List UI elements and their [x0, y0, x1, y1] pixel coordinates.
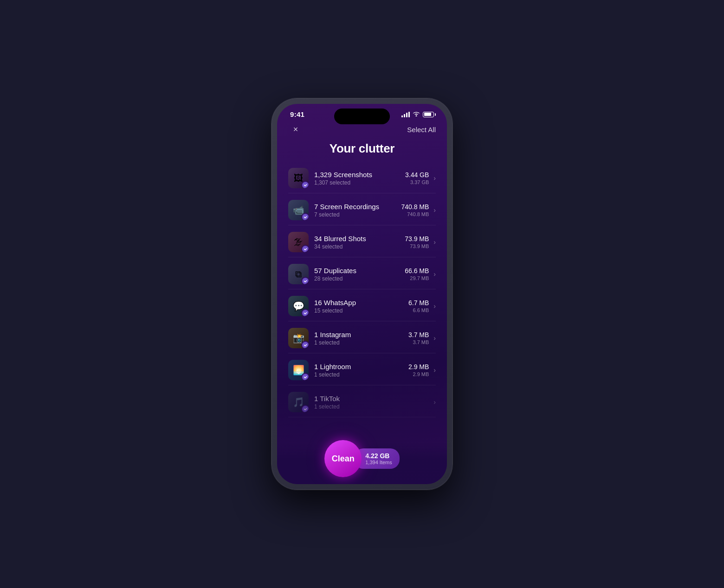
chevron-right-icon: ›: [433, 398, 436, 406]
svg-point-6: [303, 375, 308, 379]
list-item-recordings[interactable]: 📹 7 Screen Recordings 7 selected 740.8 M…: [288, 195, 436, 225]
wifi-icon: [413, 111, 420, 118]
svg-point-4: [303, 311, 308, 315]
check-badge-recordings: [301, 213, 309, 220]
svg-point-2: [303, 247, 308, 251]
item-sub-whatsapp: 15 selected: [314, 307, 408, 314]
status-bar: 9:41: [277, 104, 447, 118]
app-content: × Select All Your clutter 🖼 1,329 Screen…: [277, 118, 447, 417]
bottom-bar: Clean 4.22 GB 1,394 Items: [277, 442, 447, 484]
item-sub-lightroom: 1 selected: [314, 371, 408, 378]
phone-screen: 9:41: [277, 104, 447, 484]
item-sub-blurred: 34 selected: [314, 243, 405, 250]
list-item-screenshots[interactable]: 🖼 1,329 Screenshots 1,307 selected 3.44 …: [288, 163, 436, 193]
clean-button[interactable]: Clean: [324, 440, 362, 477]
item-name-tiktok: 1 TikTok: [314, 395, 429, 403]
check-badge-blurred: [301, 245, 309, 252]
item-icon-screenshots: 🖼: [288, 168, 309, 188]
item-icon-blurred: 🌫: [288, 232, 309, 252]
close-button[interactable]: ×: [288, 122, 303, 137]
page-title: Your clutter: [288, 141, 436, 156]
svg-point-5: [303, 343, 308, 347]
item-sub-instagram: 1 selected: [314, 339, 408, 346]
svg-point-1: [303, 215, 308, 219]
list-item-duplicates[interactable]: ⧉ 57 Duplicates 28 selected 66.6 MB 29.7…: [288, 259, 436, 289]
item-size-recordings: 740.8 MB 740.8 MB: [401, 203, 429, 217]
item-name-recordings: 7 Screen Recordings: [314, 203, 401, 211]
item-sub-tiktok: 1 selected: [314, 403, 429, 410]
phone-frame: 9:41: [272, 98, 452, 490]
item-icon-recordings: 📹: [288, 200, 309, 220]
item-size-blurred: 73.9 MB 73.9 MB: [405, 235, 429, 249]
clean-label: Clean: [332, 454, 355, 464]
status-icons: [401, 111, 434, 118]
item-text-whatsapp: 16 WhatsApp 15 selected: [314, 299, 408, 314]
item-size-instagram: 3.7 MB 3.7 MB: [408, 331, 429, 345]
list-item-instagram[interactable]: 📸 1 Instagram 1 selected 3.7 MB 3.7 MB ›: [288, 323, 436, 353]
chevron-right-icon: ›: [433, 270, 436, 278]
check-badge-duplicates: [301, 277, 309, 284]
chevron-right-icon: ›: [433, 302, 436, 310]
item-sub-screenshots: 1,307 selected: [314, 179, 405, 186]
check-badge-screenshots: [301, 181, 309, 188]
item-text-instagram: 1 Instagram 1 selected: [314, 331, 408, 346]
total-size: 4.22 GB: [365, 452, 392, 460]
item-icon-whatsapp: 💬: [288, 296, 309, 316]
signal-icon: [401, 112, 410, 117]
status-time: 9:41: [290, 110, 304, 118]
check-badge-lightroom: [301, 373, 309, 380]
item-text-lightroom: 1 Lightroom 1 selected: [314, 363, 408, 378]
list-item-tiktok[interactable]: 🎵 1 TikTok 1 selected ›: [288, 387, 436, 417]
item-icon-duplicates: ⧉: [288, 264, 309, 284]
dynamic-island: [334, 109, 390, 124]
svg-point-7: [303, 407, 308, 411]
item-size-whatsapp: 6.7 MB 6.6 MB: [408, 299, 429, 313]
item-size-lightroom: 2.9 MB 2.9 MB: [408, 363, 429, 377]
chevron-right-icon: ›: [433, 174, 436, 182]
item-sub-recordings: 7 selected: [314, 211, 401, 218]
list-item-blurred[interactable]: 🌫 34 Blurred Shots 34 selected 73.9 MB 7…: [288, 227, 436, 257]
list-item-whatsapp[interactable]: 💬 16 WhatsApp 15 selected 6.7 MB 6.6 MB …: [288, 291, 436, 321]
item-name-screenshots: 1,329 Screenshots: [314, 171, 405, 179]
item-text-recordings: 7 Screen Recordings 7 selected: [314, 203, 401, 218]
clutter-list: 🖼 1,329 Screenshots 1,307 selected 3.44 …: [288, 163, 436, 417]
item-text-tiktok: 1 TikTok 1 selected: [314, 395, 429, 410]
item-text-screenshots: 1,329 Screenshots 1,307 selected: [314, 171, 405, 186]
check-badge-tiktok: [301, 405, 309, 412]
check-badge-whatsapp: [301, 309, 309, 316]
item-text-duplicates: 57 Duplicates 28 selected: [314, 267, 405, 282]
item-icon-lightroom: 🌅: [288, 360, 309, 380]
item-name-lightroom: 1 Lightroom: [314, 363, 408, 371]
clean-button-wrap: Clean 4.22 GB 1,394 Items: [324, 440, 399, 477]
item-size-screenshots: 3.44 GB 3.37 GB: [405, 171, 429, 185]
total-items: 1,394 Items: [365, 460, 392, 465]
list-item-lightroom[interactable]: 🌅 1 Lightroom 1 selected 2.9 MB 2.9 MB ›: [288, 355, 436, 385]
item-sub-duplicates: 28 selected: [314, 275, 405, 282]
battery-icon: [423, 112, 434, 117]
item-name-whatsapp: 16 WhatsApp: [314, 299, 408, 307]
item-icon-instagram: 📸: [288, 328, 309, 348]
item-name-instagram: 1 Instagram: [314, 331, 408, 339]
chevron-right-icon: ›: [433, 206, 436, 214]
item-icon-tiktok: 🎵: [288, 392, 309, 412]
item-name-duplicates: 57 Duplicates: [314, 267, 405, 275]
chevron-right-icon: ›: [433, 366, 436, 374]
select-all-button[interactable]: Select All: [407, 126, 436, 134]
svg-point-0: [303, 183, 308, 187]
item-name-blurred: 34 Blurred Shots: [314, 235, 405, 243]
item-text-blurred: 34 Blurred Shots 34 selected: [314, 235, 405, 250]
chevron-right-icon: ›: [433, 334, 436, 342]
check-badge-instagram: [301, 341, 309, 348]
chevron-right-icon: ›: [433, 238, 436, 246]
item-size-duplicates: 66.6 MB 29.7 MB: [405, 267, 429, 281]
svg-point-3: [303, 279, 308, 283]
